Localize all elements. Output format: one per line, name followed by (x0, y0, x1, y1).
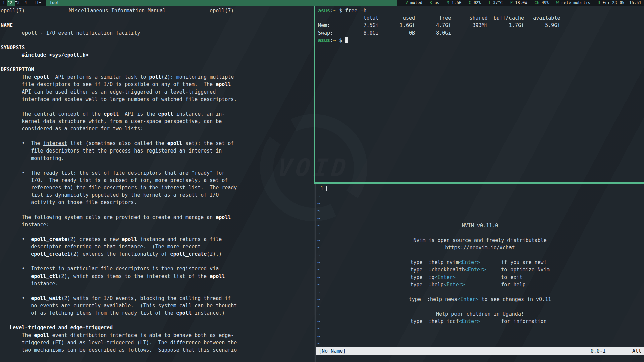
man-line (1, 287, 314, 295)
empty-line-tilde: ~ (317, 193, 320, 199)
empty-line-tilde: ~ (317, 304, 320, 310)
man-line (1, 103, 314, 110)
nvim-filename: [No Name] (319, 347, 346, 355)
empty-line-tilde: ~ (317, 252, 320, 258)
status-bar: 1234 []= foot V mutedK usM 1.5GC 02%T 37… (0, 0, 644, 6)
empty-line-tilde: ~ (317, 341, 320, 347)
man-line: • epoll_create(2) creates a new epoll in… (1, 236, 314, 243)
man-line: epoll - I/O event notification facility (1, 29, 314, 37)
man-header-center: Miscellaneous Information Manual (69, 7, 166, 14)
man-line (1, 37, 314, 44)
nvim-row: ~type :q<Enter> to exit (316, 274, 644, 281)
workspace-tag-1[interactable]: 1 (0, 0, 7, 6)
desktop: VOID 1234 []= foot V mutedK usM 1.5GC 02… (0, 0, 644, 362)
man-line: instance: (1, 221, 314, 228)
nvim-row: ~ (316, 192, 644, 200)
status-date: D Fri 23-05 15:51 (598, 0, 641, 6)
man-line: API can be used either as an edge-trigge… (1, 88, 314, 96)
man-line (1, 317, 314, 324)
nvim-row: ~type :help<Enter> for help (316, 281, 644, 288)
man-line: instance. (1, 280, 314, 287)
terminal-shell-window[interactable]: asus:~ $ free -h total used free shared … (315, 6, 644, 182)
man-line: epoll_create1(2) extends the functionali… (1, 250, 314, 258)
tag-occupied-indicator (1, 1, 2, 2)
workspace-tag-3[interactable]: 3 (15, 0, 22, 6)
empty-line-tilde: ~ (317, 230, 320, 236)
nvim-splash-line: Nvim is open source and freely distribut… (316, 237, 644, 244)
nvim-statusline: [No Name] 0,0-1 All (316, 347, 644, 355)
man-line: references to) the file descriptors in t… (1, 184, 314, 191)
man-header-right: epoll(7) (210, 7, 234, 14)
terminal-man-page-window[interactable]: epoll(7) Miscellaneous Information Manua… (0, 6, 314, 362)
nvim-splash-line: NVIM v0.11.0 (316, 222, 644, 229)
man-line: • Interest in particular file descriptor… (1, 265, 314, 273)
wifi-icon: W (556, 0, 559, 5)
workspace-tag-2[interactable]: 2 (7, 0, 15, 6)
nvim-row: ~Nvim is open source and freely distribu… (316, 237, 644, 244)
nvim-splash-line: type :help news<Enter> to see changes in… (316, 296, 644, 303)
nvim-scroll-position: All (632, 347, 641, 355)
terminal-line: total used free shared buff/cache availa… (318, 14, 644, 22)
status-wifi: W rete mobilis (556, 0, 590, 6)
nvim-row: ~ (316, 215, 644, 222)
man-line (1, 132, 314, 140)
battery-icon: Ch (534, 0, 539, 5)
temperature-icon: T (488, 0, 490, 5)
man-line: file descriptors that the process has re… (1, 147, 314, 155)
nvim-row: ~ (316, 340, 644, 347)
man-line: list is dynamically populated by the ker… (1, 191, 314, 199)
nvim-splash-line: https://neovim.io/#chat (316, 244, 644, 251)
man-line: activity on those file descriptors. (1, 199, 314, 206)
nvim-ruler: 0,0-1 (591, 347, 606, 355)
man-line: The following system calls are provided … (1, 214, 314, 221)
man-line: interface and scales well to large numbe… (1, 96, 314, 103)
man-line: I/O. The ready list is a subset of (or, … (1, 177, 314, 184)
nvim-splash-line: type :q<Enter> to exit (316, 274, 644, 281)
empty-line-tilde: ~ (317, 200, 320, 206)
man-line: file descriptors to see if I/O is possib… (1, 81, 314, 88)
workspace-tags: 1234 (0, 0, 30, 6)
nvim-row: 1 (316, 185, 644, 192)
nvim-row: ~ (316, 229, 644, 237)
nvim-splash-line: type :checkhealth<Enter> to optimize Nvi… (316, 266, 644, 274)
man-line (1, 228, 314, 236)
man-line: • The interest list (sometimes also call… (1, 140, 314, 147)
man-line: no events are currently available. (This… (1, 302, 314, 309)
nvim-buffer: 1 ~~~~~NVIM v0.11.0~~Nvim is open source… (316, 185, 644, 347)
empty-line-tilde: ~ (317, 208, 320, 214)
man-line: of as fetching items from the ready list… (1, 309, 314, 317)
nvim-row: ~NVIM v0.11.0 (316, 222, 644, 229)
man-line: Level-triggered and edge-triggered (1, 324, 314, 331)
man-line: The epoll API performs a similar task to… (1, 73, 314, 81)
nvim-cmdline (316, 355, 644, 362)
nvim-row: ~type :help iccf<Enter> for information (316, 318, 644, 325)
empty-line-tilde: ~ (317, 289, 320, 295)
man-line: NAME (1, 22, 314, 29)
nvim-row: ~type :checkhealth<Enter> to optimize Nv… (316, 266, 644, 274)
nvim-row: ~ (316, 251, 644, 259)
nvim-splash-line: type :help<Enter> for help (316, 281, 644, 288)
status-temperature: T 37°C (488, 0, 502, 6)
status-modules: V mutedK usM 1.5GC 02%T 37°CP 18.0WCh 49… (397, 0, 644, 6)
neovim-window[interactable]: 1 ~~~~~NVIM v0.11.0~~Nvim is open source… (315, 184, 644, 362)
window-title: foot (46, 0, 397, 6)
tag-occupied-indicator (15, 1, 17, 2)
empty-line-tilde: ~ (317, 215, 320, 221)
power-icon: P (510, 0, 513, 5)
volume-icon: V (405, 0, 408, 5)
nvim-row: ~ (316, 200, 644, 207)
man-line: triggered (ET) and as level-triggered (L… (1, 339, 314, 346)
man-line: DESCRIPTION (1, 66, 314, 73)
workspace-tag-4[interactable]: 4 (22, 0, 30, 6)
nvim-row: ~ (316, 325, 644, 333)
man-line: considered as a container for two lists: (1, 125, 314, 132)
nvim-splash-line: type :help nvim<Enter> if you are new! (316, 259, 644, 266)
man-line: #include <sys/epoll.h> (1, 51, 314, 59)
man-line: monitoring. (1, 155, 314, 162)
empty-line-tilde: ~ (317, 333, 320, 339)
shell-output: asus:~ $ free -h total used free shared … (318, 7, 644, 44)
man-line: • epoll_wait(2) waits for I/O events, bl… (1, 295, 314, 302)
tag-occupied-indicator (8, 1, 9, 2)
nvim-row: ~ (316, 333, 644, 340)
layout-symbol[interactable]: []= (30, 0, 46, 6)
